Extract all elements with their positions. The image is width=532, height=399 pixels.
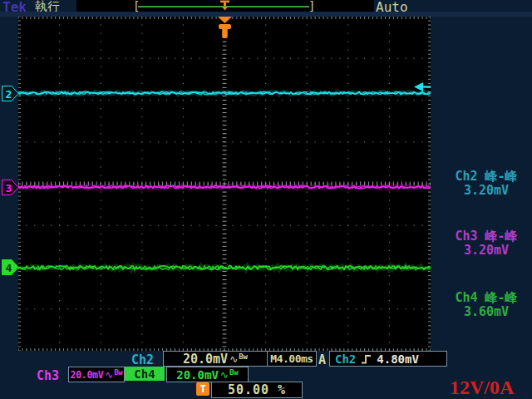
ch3-scale-readout: 20.0mV∿Bw [68,367,125,382]
trigger-position-badge-icon: T [196,382,209,396]
measurement-ch3-peak-to-peak: Ch3 峰-峰 3.20mV [441,229,532,258]
timebase-readout: M4.00ms [267,351,317,367]
record-window-left-bracket: [ [133,0,140,12]
measurement-ch3-value: 3.20mV [441,244,532,258]
channel-3-marker: 3 [2,180,19,195]
ch2-scale-value: 20.0mV [183,352,228,367]
trigger-position-flag-icon [217,17,233,39]
ch3-readout-label: Ch3 [37,368,59,383]
grid-and-traces [18,17,431,351]
ch4-scale-value: 20.0mV [176,368,219,382]
measurement-ch2-peak-to-peak: Ch2 峰-峰 3.20mV [441,170,532,198]
trigger-position-readout: 50.00 % [211,382,303,398]
measurement-ch3-label: Ch3 峰-峰 [441,229,532,244]
trigger-level-arrow-icon [414,81,431,92]
oscilloscope-screen: Tek 執行 [ ] Auto 2 3 4 Ch2 峰-峰 3.20mV [0,0,532,399]
trigger-position-icon [219,0,230,11]
timebase-value: M4.00ms [270,352,313,365]
ch4-bandwidth-icon: Bw [229,368,239,377]
channel-2-marker: 2 [2,86,19,101]
ch4-scale-readout: 20.0mV∿Bw [166,367,249,382]
record-window-right-bracket: ] [308,0,315,12]
trigger-system-label: A [318,352,326,367]
channel-2-marker-label: 2 [6,88,12,101]
measurement-ch2-label: Ch2 峰-峰 [441,170,532,184]
ch4-readout-label-selected: Ch4 [125,367,165,381]
ch2-readout-label: Ch2 [131,352,154,367]
measurement-ch4-value: 3.60mV [441,305,532,319]
channel-3-marker-label: 3 [6,182,12,195]
aux-voltage-current-display: 12V/0A [450,377,514,399]
measurement-ch4-label: Ch4 峰-峰 [441,291,532,305]
trigger-position-value: 50.00 % [228,382,286,397]
ch3-scale-value: 20.0mV [71,369,104,381]
trigger-level-value: 4.80mV [377,352,419,366]
ch2-scale-readout: 20.0mV∿Bw [163,351,268,367]
ch4-coupling-icon: ∿ [220,369,229,381]
measurement-ch2-value: 3.20mV [441,184,532,198]
trigger-source: Ch2 [335,352,356,366]
channel-4-marker: 4 [2,259,19,275]
ch3-coupling-icon: ∿ [105,369,113,381]
measurement-ch4-peak-to-peak: Ch4 峰-峰 3.60mV [441,291,532,319]
graticule [18,17,431,351]
rising-edge-icon [361,353,372,365]
ch2-bandwidth-icon: Bw [239,352,248,361]
channel-4-marker-label: 4 [6,262,12,274]
ch2-coupling-icon: ∿ [229,353,238,365]
trigger-readout: Ch2 4.80mV [329,351,447,367]
ch3-bandwidth-icon: Bw [114,368,122,377]
